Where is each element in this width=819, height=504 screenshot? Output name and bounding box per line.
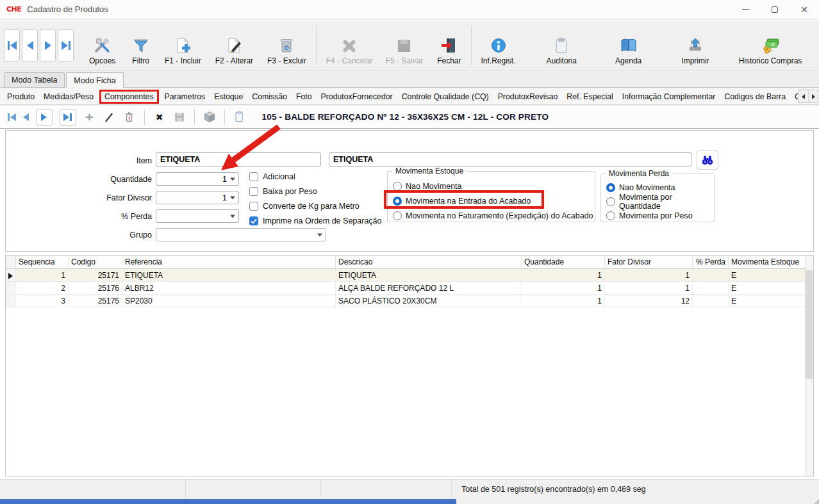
tab-ref-especial[interactable]: Ref. Especial (562, 90, 617, 104)
table-row[interactable]: 3 25175 SP2030 SACO PLÁSTICO 20X30CM 1 1… (6, 295, 813, 307)
grid-scrollbar[interactable] (805, 256, 813, 476)
current-row-pointer-icon (8, 273, 13, 279)
save-item-button[interactable] (173, 110, 186, 124)
previous-record-button[interactable] (22, 29, 38, 61)
checkbox-converte-kg-metro[interactable]: Converte de Kg para Metro (249, 202, 360, 211)
maximize-button[interactable] (760, 0, 790, 19)
tab-parametros[interactable]: Parametros (160, 90, 210, 104)
fechar-button[interactable]: Fechar (433, 26, 465, 65)
tab-informacao-complementar[interactable]: Informação Complementar (618, 90, 720, 104)
checkbox-icon (249, 187, 258, 196)
tab-scroll-buttons (798, 90, 818, 103)
tab-produtoxfornecedor[interactable]: ProdutoxFornecedor (317, 90, 397, 104)
next-record-button[interactable] (40, 29, 56, 61)
radio-movimenta-entrada-acabado[interactable]: Movimenta na Entrada do Acabado (393, 195, 595, 207)
tab-produtoxrevisao[interactable]: ProdutoxRevisao (493, 90, 563, 104)
item-code-field[interactable]: ETIQUETA (156, 152, 321, 167)
perda-combo[interactable] (156, 209, 239, 223)
tab-comissao[interactable]: Comissão (247, 90, 292, 104)
record-navigator: + ✖ 105 - BALDE REFORÇADO Nº 12 - 36X36X… (0, 106, 819, 129)
radio-icon (606, 197, 615, 206)
table-row[interactable]: 2 25176 ALBR12 ALÇA BALDE REFORÇADO 12 L… (6, 282, 813, 295)
tab-produto[interactable]: Produto (3, 90, 39, 104)
radio-movimenta-por-quantidade[interactable]: Movimenta por Quantidade (606, 196, 714, 207)
radio-movimenta-por-peso[interactable]: Movimenta por Peso (606, 210, 714, 222)
minimize-button[interactable] (731, 0, 760, 19)
add-document-icon (174, 35, 191, 54)
detail-tab-strip: Produto Medidas/Peso Componentes Paramet… (0, 88, 819, 105)
pencil-icon (103, 111, 116, 124)
edit-document-icon (226, 35, 242, 54)
f4-cancelar-button[interactable]: F4 - Cancelar (322, 26, 377, 65)
checkbox-adicional[interactable]: Adicional (249, 172, 295, 181)
resize-grip[interactable] (814, 499, 819, 504)
add-item-button[interactable]: + (83, 110, 96, 124)
col-perda[interactable]: % Perda (693, 256, 729, 268)
movimenta-perda-group: Movimenta Perda Nao Movimenta Movimenta … (600, 174, 715, 222)
previous-item-button[interactable] (23, 113, 29, 121)
document-button[interactable] (233, 110, 246, 124)
col-movimenta-estoque[interactable]: Movimenta Estoque (729, 256, 800, 268)
search-item-button[interactable] (697, 150, 718, 170)
next-item-button[interactable] (36, 109, 53, 126)
tab-medidas-peso[interactable]: Medidas/Peso (39, 90, 98, 104)
historico-compras-button[interactable]: Historico Compras (735, 26, 806, 65)
checkbox-imprime-ordem-separacao[interactable]: Imprime na Ordem de Separação (249, 216, 382, 225)
f5-salvar-button[interactable]: F5 - Salvar (381, 26, 427, 65)
first-item-button[interactable] (8, 113, 16, 121)
imprimir-button[interactable]: Imprimir (677, 26, 713, 65)
checkbox-icon (249, 202, 258, 211)
status-divider (451, 481, 452, 498)
radio-icon (393, 211, 402, 220)
radio-movimenta-faturamento[interactable]: Movimenta no Faturamento (Expedição) do … (393, 210, 595, 222)
last-item-button[interactable] (60, 109, 76, 126)
delete-item-button[interactable] (123, 110, 136, 124)
last-record-button[interactable] (58, 29, 74, 61)
checkbox-baixa-por-peso[interactable]: Baixa por Peso (249, 187, 317, 196)
trash-icon: ♻ (278, 35, 295, 54)
col-quantidade[interactable]: Quantidade (522, 256, 605, 268)
save-icon (396, 35, 412, 54)
opcoes-button[interactable]: Opcoes (85, 26, 119, 65)
quantidade-combo[interactable]: 1 (156, 172, 239, 186)
tab-controle-qualidade[interactable]: Controle Qualidade (CQ) (397, 90, 493, 104)
first-record-button[interactable] (4, 29, 20, 61)
tab-codigos-de-barra[interactable]: Codigos de Barra (720, 90, 790, 104)
edit-item-button[interactable] (103, 110, 116, 124)
grid-scrollbar-thumb[interactable] (806, 270, 813, 379)
tab-componentes[interactable]: Componentes (99, 90, 159, 104)
tab-scroll-left-button[interactable] (798, 90, 808, 102)
agenda-button[interactable]: Agenda (611, 26, 645, 65)
cancel-edit-button[interactable]: ✖ (153, 110, 166, 124)
fator-divisor-combo[interactable]: 1 (156, 191, 239, 204)
f1-incluir-button[interactable]: F1 - Incluir (161, 26, 205, 65)
radio-selected-icon (393, 197, 402, 206)
auditoria-button[interactable]: Auditoria (543, 26, 581, 65)
inf-regist-button[interactable]: Inf.Regist. (477, 26, 520, 65)
item-description-field[interactable]: ETIQUETA (329, 152, 691, 167)
tab-foto[interactable]: Foto (292, 90, 317, 104)
page-icon (233, 110, 245, 124)
radio-nao-movimenta-perda[interactable]: Nao Movimenta (606, 182, 714, 193)
table-row[interactable]: 1 25171 ETIQUETA ETIQUETA 1 1 E (6, 269, 813, 282)
radio-nao-movimenta-estoque[interactable]: Nao Movimenta (393, 181, 595, 192)
f2-alterar-button[interactable]: F2 - Alterar (211, 26, 257, 65)
col-sequencia[interactable]: Sequencia (16, 256, 69, 268)
tab-scroll-right-button[interactable] (808, 90, 818, 102)
tab-modo-tabela[interactable]: Modo Tabela (4, 72, 65, 87)
col-descricao[interactable]: Descricao (336, 256, 522, 268)
col-fator-divisor[interactable]: Fator Divisor (605, 256, 693, 268)
previous-item-icon (23, 113, 29, 121)
col-codigo[interactable]: Codigo (69, 256, 122, 268)
filtro-button[interactable]: Filtro (128, 26, 153, 65)
f3-excluir-button[interactable]: ♻ F3 - Excluir (263, 26, 310, 65)
col-referencia[interactable]: Referencia (122, 256, 336, 268)
tab-modo-ficha[interactable]: Modo Ficha (66, 72, 123, 88)
movimenta-perda-group-title: Movimenta Perda (606, 169, 672, 178)
maximize-icon (772, 6, 778, 13)
divider (224, 110, 225, 125)
package-button[interactable] (203, 110, 216, 124)
close-button[interactable]: ✕ (790, 0, 819, 19)
tab-estoque[interactable]: Estoque (210, 90, 247, 104)
grupo-combo[interactable] (156, 228, 326, 241)
